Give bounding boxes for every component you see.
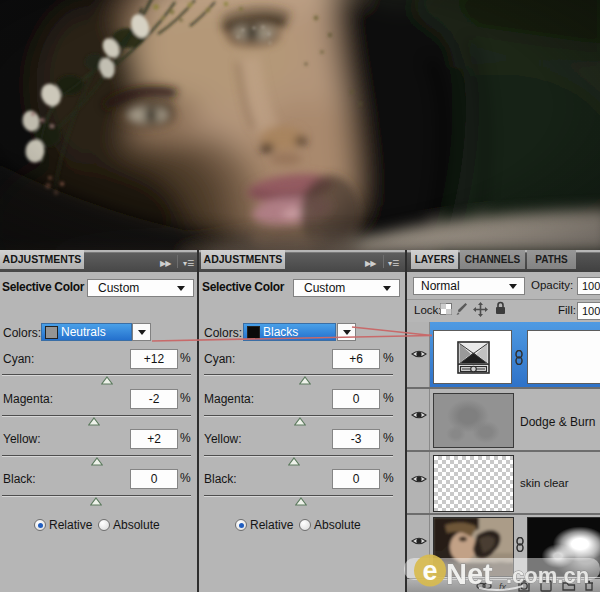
svg-text:fx.: fx.	[499, 582, 509, 592]
